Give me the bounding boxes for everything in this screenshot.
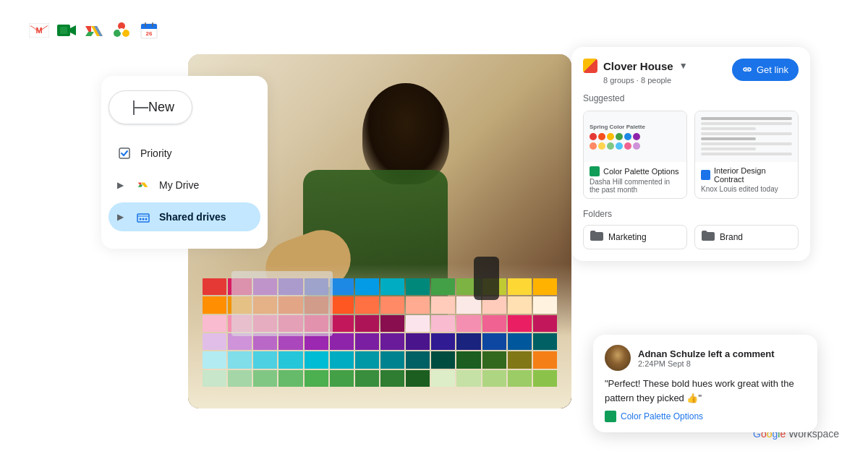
comment-header: Adnan Schulze left a comment 2:24PM Sept…: [605, 345, 806, 371]
new-button-label: New: [148, 100, 174, 115]
priority-label: Priority: [140, 147, 172, 159]
svg-text:26: 26: [146, 30, 153, 37]
comment-card: Adnan Schulze left a comment 2:24PM Sept…: [593, 335, 817, 432]
file-card-contract[interactable]: Interior Design Contract Knox Louis edit…: [694, 111, 799, 199]
folder-item-marketing[interactable]: Marketing: [583, 225, 687, 249]
contract-editor: Knox Louis edited today: [701, 185, 792, 193]
new-button[interactable]: New: [109, 90, 192, 124]
folder-marketing-label: Marketing: [608, 232, 647, 242]
svg-point-16: [140, 218, 142, 220]
plus-icon: [127, 100, 141, 115]
my-drive-icon: [136, 178, 150, 192]
priority-icon: [117, 146, 132, 160]
contract-file-name: Interior Design Contract: [714, 166, 792, 184]
org-name: Clover House: [603, 60, 673, 72]
comment-file-name: Color Palette Options: [621, 411, 703, 421]
file-thumbnail-contract: [695, 111, 798, 162]
folder-icon-marketing: [590, 230, 604, 244]
comment-file-icon: [605, 411, 616, 422]
drive-sidebar: New Priority ▶ My Drive: [101, 76, 268, 249]
svg-point-7: [119, 28, 124, 33]
comment-text: "Perfect! These bold hues work great wit…: [605, 377, 806, 405]
comment-file-ref[interactable]: Color Palette Options: [605, 411, 806, 422]
get-link-label: Get link: [757, 64, 788, 75]
drive-files-panel: Clover House ▼ 8 groups · 8 people Get l…: [571, 47, 810, 261]
folder-item-brand[interactable]: Brand: [694, 225, 799, 249]
palette-file-name: Color Palette Options: [603, 167, 679, 176]
svg-rect-3: [60, 27, 67, 34]
gmail-icon[interactable]: M: [29, 20, 49, 40]
folders-grid: Marketing Brand: [583, 225, 799, 249]
shared-drives-label: Shared drives: [159, 211, 226, 223]
comment-author: Adnan Schulze left a comment: [638, 348, 806, 359]
suggested-section-label: Suggested: [583, 93, 799, 103]
meet-icon[interactable]: [56, 20, 77, 40]
sheets-icon: [590, 166, 600, 176]
my-drive-label: My Drive: [159, 179, 199, 191]
drive-icon[interactable]: [84, 20, 104, 40]
nav-item-my-drive[interactable]: ▶ My Drive: [109, 171, 260, 200]
chevron-right-icon-shared: ▶: [117, 212, 127, 222]
file-thumbnail-palette: Spring Color Palette: [584, 111, 686, 162]
photos-icon[interactable]: [111, 20, 132, 40]
shared-drives-icon: [136, 210, 150, 224]
svg-rect-10: [141, 27, 157, 29]
folders-section-label: Folders: [583, 209, 799, 219]
chevron-down-icon[interactable]: ▼: [679, 61, 688, 71]
top-app-icons: M 26: [29, 20, 159, 40]
svg-point-17: [142, 218, 145, 220]
folder-brand-label: Brand: [720, 232, 743, 242]
palette-editor: Dasha Hill commented in the past month: [590, 178, 681, 194]
chevron-right-icon: ▶: [117, 180, 127, 190]
comment-meta: Adnan Schulze left a comment 2:24PM Sept…: [638, 348, 806, 368]
org-avatar: [583, 59, 597, 73]
get-link-button[interactable]: Get link: [732, 59, 799, 81]
file-info-contract: Interior Design Contract Knox Louis edit…: [695, 162, 798, 197]
svg-point-18: [145, 218, 148, 220]
file-info-palette: Color Palette Options Dasha Hill comment…: [584, 162, 686, 198]
link-icon: [742, 65, 752, 75]
main-content: New Priority ▶ My Drive: [72, 54, 796, 425]
file-card-palette[interactable]: Spring Color Palette: [583, 111, 687, 199]
folder-icon-brand: [701, 230, 715, 244]
docs-icon: [701, 170, 710, 180]
commenter-avatar: [605, 345, 631, 371]
calendar-icon[interactable]: 26: [139, 20, 159, 40]
comment-time: 2:24PM Sept 8: [638, 359, 806, 368]
nav-item-shared-drives[interactable]: ▶ Shared drives: [109, 202, 260, 231]
svg-text:M: M: [35, 26, 42, 35]
files-grid: Spring Color Palette: [583, 111, 799, 199]
nav-item-priority[interactable]: Priority: [109, 139, 260, 168]
